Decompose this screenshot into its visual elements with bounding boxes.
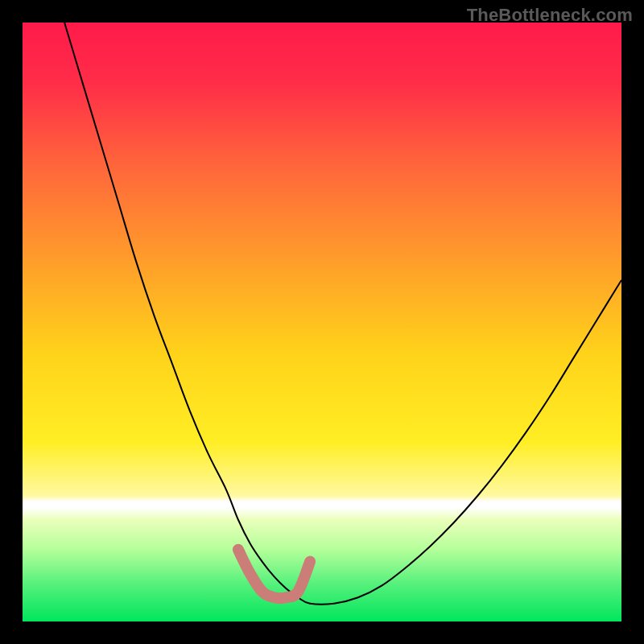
plot-area: [23, 23, 621, 621]
chart-frame: TheBottleneck.com: [0, 0, 644, 644]
chart-svg: [23, 23, 621, 621]
gradient-background: [23, 23, 621, 621]
watermark-text: TheBottleneck.com: [467, 5, 633, 26]
